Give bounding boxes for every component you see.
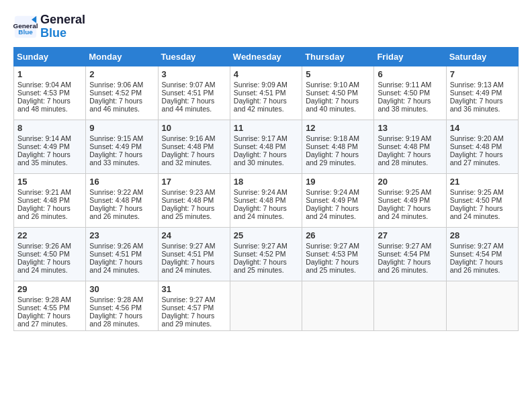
sunset-text: Sunset: 4:50 PM (306, 89, 370, 97)
daylight-text: Daylight: 7 hours and 28 minutes. (89, 312, 154, 328)
weekday-header: Thursday (302, 47, 374, 66)
empty-cell (302, 281, 374, 330)
daylight-text: Daylight: 7 hours and 46 minutes. (89, 97, 154, 113)
sunset-text: Sunset: 4:54 PM (378, 250, 442, 258)
sunrise-text: Sunrise: 9:21 AM (17, 188, 82, 196)
sunset-text: Sunset: 4:48 PM (89, 196, 154, 204)
daylight-text: Daylight: 7 hours and 30 minutes. (234, 150, 298, 167)
sunrise-text: Sunrise: 9:17 AM (234, 134, 298, 142)
sunset-text: Sunset: 4:48 PM (378, 142, 442, 150)
calendar-cell: 14Sunrise: 9:20 AMSunset: 4:48 PMDayligh… (446, 120, 518, 173)
daylight-text: Daylight: 7 hours and 38 minutes. (378, 97, 442, 113)
sunrise-text: Sunrise: 9:27 AM (162, 242, 226, 250)
sunrise-text: Sunrise: 9:10 AM (306, 81, 370, 89)
calendar-cell: 8Sunrise: 9:14 AMSunset: 4:49 PMDaylight… (14, 120, 86, 173)
calendar-cell: 25Sunrise: 9:27 AMSunset: 4:52 PMDayligh… (230, 227, 302, 281)
daylight-text: Daylight: 7 hours and 25 minutes. (306, 258, 370, 274)
day-number: 8 (17, 123, 82, 133)
sunset-text: Sunset: 4:51 PM (234, 89, 298, 97)
day-number: 19 (306, 177, 370, 187)
calendar-cell: 23Sunrise: 9:26 AMSunset: 4:51 PMDayligh… (86, 227, 158, 281)
sunrise-text: Sunrise: 9:14 AM (17, 134, 82, 142)
daylight-text: Daylight: 7 hours and 24 minutes. (450, 204, 515, 220)
sunrise-text: Sunrise: 9:28 AM (89, 295, 154, 304)
empty-cell (230, 281, 302, 330)
sunset-text: Sunset: 4:56 PM (89, 304, 154, 312)
empty-cell (374, 281, 446, 330)
sunset-text: Sunset: 4:49 PM (89, 142, 154, 150)
header: General Blue General Blue (13, 13, 519, 40)
sunrise-text: Sunrise: 9:19 AM (378, 134, 442, 142)
weekday-header: Friday (374, 47, 446, 66)
day-number: 29 (17, 284, 82, 294)
day-number: 27 (378, 230, 442, 240)
sunrise-text: Sunrise: 9:26 AM (89, 242, 154, 250)
sunset-text: Sunset: 4:57 PM (162, 304, 226, 312)
daylight-text: Daylight: 7 hours and 26 minutes. (89, 204, 154, 220)
daylight-text: Daylight: 7 hours and 40 minutes. (306, 97, 370, 113)
sunset-text: Sunset: 4:53 PM (17, 89, 82, 97)
calendar-cell: 11Sunrise: 9:17 AMSunset: 4:48 PMDayligh… (230, 120, 302, 173)
calendar-cell: 2Sunrise: 9:06 AMSunset: 4:52 PMDaylight… (86, 66, 158, 120)
day-number: 31 (162, 284, 226, 294)
calendar-table: SundayMondayTuesdayWednesdayThursdayFrid… (13, 47, 519, 331)
sunset-text: Sunset: 4:48 PM (162, 142, 226, 150)
sunset-text: Sunset: 4:49 PM (450, 89, 515, 97)
empty-cell (446, 281, 518, 330)
daylight-text: Daylight: 7 hours and 27 minutes. (17, 312, 82, 328)
calendar-cell: 5Sunrise: 9:10 AMSunset: 4:50 PMDaylight… (302, 66, 374, 120)
day-number: 25 (234, 230, 298, 240)
calendar-body: 1Sunrise: 9:04 AMSunset: 4:53 PMDaylight… (14, 66, 519, 330)
logo-icon: General Blue (13, 15, 38, 39)
sunset-text: Sunset: 4:51 PM (162, 89, 226, 97)
calendar-cell: 19Sunrise: 9:24 AMSunset: 4:49 PMDayligh… (302, 173, 374, 227)
calendar-cell: 4Sunrise: 9:09 AMSunset: 4:51 PMDaylight… (230, 66, 302, 120)
sunrise-text: Sunrise: 9:13 AM (450, 81, 515, 89)
sunset-text: Sunset: 4:51 PM (89, 250, 154, 258)
sunset-text: Sunset: 4:53 PM (306, 250, 370, 258)
calendar-cell: 13Sunrise: 9:19 AMSunset: 4:48 PMDayligh… (374, 120, 446, 173)
sunset-text: Sunset: 4:49 PM (378, 196, 442, 204)
sunrise-text: Sunrise: 9:22 AM (89, 188, 154, 196)
sunset-text: Sunset: 4:50 PM (450, 196, 515, 204)
sunrise-text: Sunrise: 9:25 AM (378, 188, 442, 196)
sunrise-text: Sunrise: 9:20 AM (450, 134, 515, 142)
sunset-text: Sunset: 4:48 PM (162, 196, 226, 204)
day-number: 2 (89, 69, 154, 79)
weekday-header: Tuesday (158, 47, 230, 66)
calendar-cell: 6Sunrise: 9:11 AMSunset: 4:50 PMDaylight… (374, 66, 446, 120)
sunrise-text: Sunrise: 9:16 AM (162, 134, 226, 142)
day-number: 20 (378, 177, 442, 187)
day-number: 28 (450, 230, 515, 240)
daylight-text: Daylight: 7 hours and 35 minutes. (17, 150, 82, 167)
sunset-text: Sunset: 4:52 PM (234, 250, 298, 258)
day-number: 12 (306, 123, 370, 133)
day-number: 1 (17, 69, 82, 79)
sunrise-text: Sunrise: 9:27 AM (450, 242, 515, 250)
sunrise-text: Sunrise: 9:28 AM (17, 295, 82, 304)
sunrise-text: Sunrise: 9:11 AM (378, 81, 442, 89)
sunset-text: Sunset: 4:48 PM (306, 142, 370, 150)
daylight-text: Daylight: 7 hours and 28 minutes. (378, 150, 442, 167)
weekday-header: Wednesday (230, 47, 302, 66)
daylight-text: Daylight: 7 hours and 24 minutes. (17, 258, 82, 274)
day-number: 3 (162, 69, 226, 79)
day-number: 23 (89, 230, 154, 240)
sunrise-text: Sunrise: 9:24 AM (306, 188, 370, 196)
sunset-text: Sunset: 4:49 PM (17, 142, 82, 150)
day-number: 4 (234, 69, 298, 79)
day-number: 26 (306, 230, 370, 240)
daylight-text: Daylight: 7 hours and 32 minutes. (162, 150, 226, 167)
sunrise-text: Sunrise: 9:27 AM (162, 295, 226, 304)
calendar-page: General Blue General Blue SundayMondayTu… (0, 0, 532, 338)
daylight-text: Daylight: 7 hours and 25 minutes. (234, 258, 298, 274)
calendar-cell: 21Sunrise: 9:25 AMSunset: 4:50 PMDayligh… (446, 173, 518, 227)
calendar-cell: 24Sunrise: 9:27 AMSunset: 4:51 PMDayligh… (158, 227, 230, 281)
daylight-text: Daylight: 7 hours and 26 minutes. (450, 258, 515, 274)
sunrise-text: Sunrise: 9:15 AM (89, 134, 154, 142)
daylight-text: Daylight: 7 hours and 44 minutes. (162, 97, 226, 113)
sunset-text: Sunset: 4:48 PM (17, 196, 82, 204)
daylight-text: Daylight: 7 hours and 24 minutes. (89, 258, 154, 274)
daylight-text: Daylight: 7 hours and 27 minutes. (450, 150, 515, 167)
calendar-cell: 20Sunrise: 9:25 AMSunset: 4:49 PMDayligh… (374, 173, 446, 227)
